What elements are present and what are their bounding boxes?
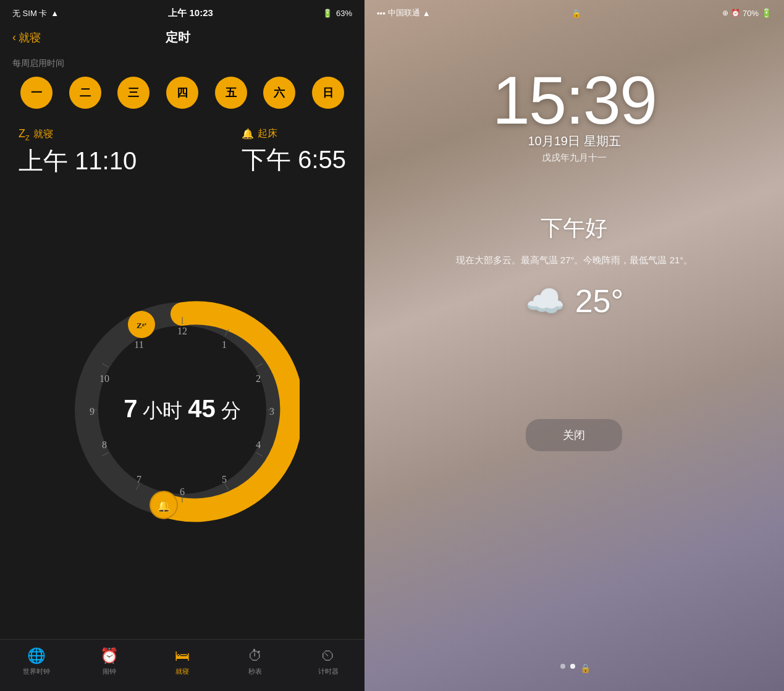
sleep-wake-row: ZZ 就寝 上午 11:10 🔔 起床 下午 6:55 bbox=[0, 121, 365, 181]
svg-text:11: 11 bbox=[134, 339, 143, 350]
wifi-icon: ▲ bbox=[51, 9, 59, 18]
lock-screen-content: 15:39 10月19日 星期五 戊戌年九月十一 下午好 现在大部多云。最高气温… bbox=[365, 23, 784, 451]
weather-desc: 现在大部多云。最高气温 27°。今晚阵雨，最低气温 21°。 bbox=[456, 253, 693, 268]
battery-label: 63% bbox=[336, 9, 352, 18]
right-status-bar: ▪▪▪ 中国联通 ▲ 🔒 ⊕ ⏰ 70% 🔋 bbox=[365, 0, 784, 23]
temperature-display: 25° bbox=[575, 282, 624, 320]
close-button[interactable]: 关闭 bbox=[526, 419, 622, 451]
svg-text:4: 4 bbox=[256, 439, 261, 450]
tab-bar: 🌐 世界时钟 ⏰ 闹钟 🛏 就寝 ⏱ 秒表 ⏲ 计时器 bbox=[0, 639, 365, 691]
wake-label: 🔔 起床 bbox=[242, 127, 346, 140]
dot-1 bbox=[560, 664, 565, 669]
tab-alarm[interactable]: ⏰ 闹钟 bbox=[73, 645, 146, 679]
wake-bell-icon: 🔔 bbox=[242, 128, 254, 140]
tab-timer[interactable]: ⏲ 计时器 bbox=[292, 645, 365, 679]
duration-minutes: 45 bbox=[188, 395, 216, 422]
lock-date: 10月19日 星期五 bbox=[528, 133, 620, 150]
day-tue[interactable]: 二 bbox=[69, 77, 101, 109]
svg-text:7: 7 bbox=[137, 474, 141, 485]
tab-alarm-label: 闹钟 bbox=[103, 667, 116, 676]
stopwatch-icon: ⏱ bbox=[248, 647, 263, 664]
back-button[interactable]: ‹ 就寝 bbox=[12, 30, 41, 45]
carrier-name: 中国联通 bbox=[388, 7, 420, 19]
alarm-status-icon: ⏰ bbox=[731, 9, 740, 17]
back-label: 就寝 bbox=[19, 30, 41, 45]
duration-hours: 7 bbox=[124, 395, 137, 422]
right-phone: ▪▪▪ 中国联通 ▲ 🔒 ⊕ ⏰ 70% 🔋 15:39 10月19日 星期五 … bbox=[365, 0, 784, 691]
status-left: 无 SIM 卡 ▲ bbox=[12, 8, 59, 19]
wifi-status-icon: ▲ bbox=[423, 9, 431, 18]
svg-text:10: 10 bbox=[99, 373, 109, 384]
sleep-icon: ZZ bbox=[19, 127, 30, 142]
tab-stopwatch-label: 秒表 bbox=[248, 667, 262, 676]
day-fri[interactable]: 五 bbox=[215, 77, 247, 109]
carrier-label: 无 SIM 卡 bbox=[12, 8, 47, 19]
alarm-icon: ⏰ bbox=[100, 647, 119, 664]
sleep-time: 上午 11:10 bbox=[19, 144, 137, 178]
clock-container: 12 1 2 3 4 5 6 7 8 9 10 11 Zzz bbox=[0, 187, 365, 633]
dot-lock: 🔒 bbox=[580, 664, 589, 672]
lock-time: 15:39 bbox=[492, 61, 656, 139]
svg-text:2: 2 bbox=[256, 373, 261, 384]
bottom-dots: 🔒 bbox=[560, 664, 589, 672]
left-status-bar: 无 SIM 卡 ▲ 上午 10:23 🔋 63% bbox=[0, 0, 365, 24]
r-battery-icon: 🔋 bbox=[761, 8, 772, 18]
svg-text:1: 1 bbox=[222, 339, 227, 350]
tab-world-clock-label: 世界时钟 bbox=[23, 667, 50, 676]
r-battery-percent: 70% bbox=[743, 9, 759, 18]
sleep-section: ZZ 就寝 上午 11:10 bbox=[19, 127, 137, 178]
bedtime-icon: 🛏 bbox=[175, 647, 190, 664]
wake-time: 下午 6:55 bbox=[242, 143, 346, 177]
day-thu[interactable]: 四 bbox=[166, 77, 198, 109]
status-time: 上午 10:23 bbox=[168, 7, 213, 19]
location-icon: ⊕ bbox=[722, 9, 728, 17]
cloud-icon: ☁️ bbox=[525, 282, 565, 320]
nav-title: 定时 bbox=[166, 29, 190, 46]
duration-display: 7 小时 45 分 bbox=[124, 395, 240, 425]
svg-text:6: 6 bbox=[180, 486, 185, 497]
duration-minutes-unit: 分 bbox=[221, 399, 241, 422]
tab-bedtime-label: 就寝 bbox=[175, 667, 189, 676]
r-carrier: ▪▪▪ 中国联通 ▲ bbox=[377, 7, 431, 19]
timer-icon: ⏲ bbox=[321, 647, 335, 664]
clock-ring: 12 1 2 3 4 5 6 7 8 9 10 11 Zzz bbox=[65, 292, 300, 527]
day-sun[interactable]: 日 bbox=[312, 77, 344, 109]
svg-text:8: 8 bbox=[102, 439, 107, 450]
wake-section: 🔔 起床 下午 6:55 bbox=[242, 127, 346, 178]
battery-icon: 🔋 bbox=[322, 9, 332, 18]
sleep-label: ZZ 就寝 bbox=[19, 127, 137, 142]
duration-hours-unit: 小时 bbox=[143, 399, 188, 422]
lock-icon: 🔒 bbox=[571, 9, 581, 18]
day-wed[interactable]: 三 bbox=[117, 77, 150, 109]
tab-stopwatch[interactable]: ⏱ 秒表 bbox=[219, 645, 292, 679]
signal-icon: ▪▪▪ bbox=[377, 9, 386, 18]
clock-center-text: 7 小时 45 分 bbox=[124, 395, 240, 425]
tab-bedtime[interactable]: 🛏 就寝 bbox=[146, 645, 219, 679]
dot-2 bbox=[570, 664, 575, 669]
day-sat[interactable]: 六 bbox=[263, 77, 295, 109]
left-phone: 无 SIM 卡 ▲ 上午 10:23 🔋 63% ‹ 就寝 定时 每周启用时间 … bbox=[0, 0, 365, 691]
svg-text:12: 12 bbox=[177, 326, 187, 336]
world-clock-icon: 🌐 bbox=[27, 647, 46, 664]
day-circles: 一 二 三 四 五 六 日 bbox=[0, 77, 365, 121]
svg-text:5: 5 bbox=[222, 474, 227, 485]
lock-lunar: 戊戌年九月十一 bbox=[542, 152, 607, 164]
tab-world-clock[interactable]: 🌐 世界时钟 bbox=[0, 645, 73, 679]
weather-temp-row: ☁️ 25° bbox=[456, 282, 693, 320]
back-chevron-icon: ‹ bbox=[12, 31, 16, 44]
weather-notification: 下午好 现在大部多云。最高气温 27°。今晚阵雨，最低气温 21°。 ☁️ 25… bbox=[431, 213, 718, 451]
svg-text:🔔: 🔔 bbox=[157, 499, 171, 513]
svg-text:9: 9 bbox=[90, 406, 95, 417]
r-status-center: 🔒 bbox=[571, 9, 581, 18]
weekly-label: 每周启用时间 bbox=[0, 53, 365, 77]
tab-timer-label: 计时器 bbox=[318, 667, 339, 676]
r-status-right: ⊕ ⏰ 70% 🔋 bbox=[722, 8, 772, 18]
svg-text:3: 3 bbox=[269, 406, 274, 417]
greeting-text: 下午好 bbox=[456, 213, 693, 244]
left-nav: ‹ 就寝 定时 bbox=[0, 24, 365, 53]
day-mon[interactable]: 一 bbox=[20, 77, 53, 109]
status-right: 🔋 63% bbox=[322, 9, 352, 18]
